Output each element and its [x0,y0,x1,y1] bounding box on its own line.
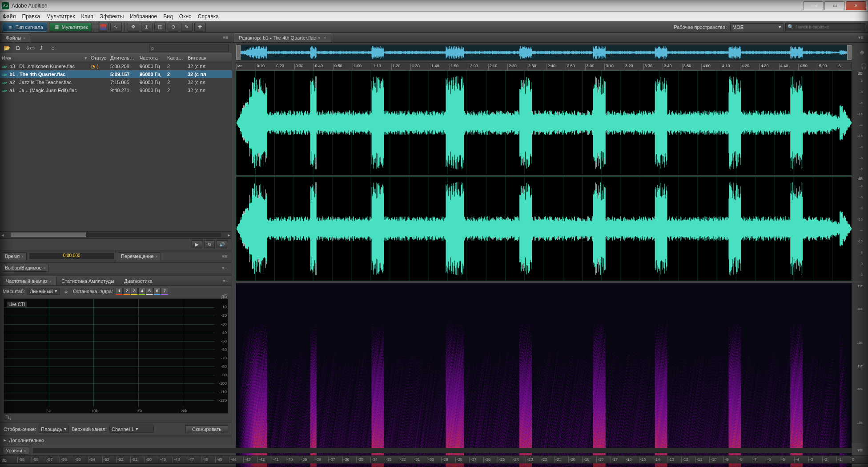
col-duration[interactable]: Длительность [108,55,138,60]
advanced-toggle[interactable]: ▸ Дополнительно [0,435,232,445]
hscroll-track[interactable] [11,233,221,237]
tab-freq-analysis[interactable]: Частотный анализ× [1,277,56,285]
heal-icon: ✚ [197,24,204,31]
frame-button-6[interactable]: 6 [153,288,161,295]
col-status[interactable]: Статус [89,55,108,60]
close-button[interactable]: ✕ [846,1,866,10]
panel-menu-icon[interactable]: ▾≡ [220,278,231,284]
menu-view[interactable]: Вид [163,13,173,20]
time-select-tool[interactable]: Ꮖ [141,23,153,32]
scale-select[interactable]: Линейный▾ [28,288,60,295]
move-label: Перемещение [121,254,153,259]
panel-menu-icon[interactable]: ▾≡ [219,265,230,271]
menu-effects[interactable]: Эффекты [100,13,124,20]
list-item[interactable]: ≡⊳a1 - Ja... (Magic Juan Edit).flac9:40.… [0,86,232,94]
list-item[interactable]: ≡⊳b1 - The 4th Quarter.flac5:09.15796000… [0,70,232,78]
files-search[interactable]: ρ [149,44,229,52]
col-freq[interactable]: Частота [138,55,165,60]
workspace-select[interactable]: МОЁ▾ [730,23,784,31]
spectral-pitch-toggle[interactable] [98,23,108,32]
frame-button-1[interactable]: 1 [116,288,123,295]
editor-tab[interactable]: Редактор: b1 - The 4th Quarter.flac ▾ × [234,33,331,42]
frame-button-7[interactable]: 7 [161,288,168,295]
frame-button-3[interactable]: 3 [131,288,138,295]
waveform-channel-right[interactable] [236,176,852,281]
waveform-channel-left[interactable] [236,70,852,175]
close-icon[interactable]: × [49,279,52,284]
menu-edit[interactable]: Правка [22,13,40,20]
play-button[interactable]: ▶ [192,240,202,248]
scan-button[interactable]: Сканировать [185,425,228,433]
hscroll-right-icon[interactable]: ▸ [226,232,232,238]
overview-waveform[interactable] [236,44,852,60]
autoplay-button[interactable]: 🔊 [217,240,227,248]
zoom-icon[interactable]: ⊕ [856,50,868,56]
maximize-button[interactable]: ▭ [824,1,845,10]
tab-move[interactable]: Перемещение× [118,252,161,260]
open-file-icon[interactable]: 📂 [3,44,11,52]
panel-menu-icon[interactable]: ▾≡ [856,35,866,40]
menu-file[interactable]: Файл [3,13,16,20]
help-search[interactable]: 🔍 [785,23,865,31]
new-file-icon[interactable]: 🗋 [14,44,22,52]
import-icon[interactable]: ⇩▭ [26,44,34,52]
heal-tool[interactable]: ✚ [194,23,206,32]
tab-selvis[interactable]: Выбор/Видимое× [2,264,49,272]
col-bit[interactable]: Битовая [186,55,211,60]
files-search-input[interactable] [154,46,227,51]
waveform-area: dB-3-6-9-15-∞-15-9-6-3dB-3-6-9-15-∞-15-9… [236,70,864,281]
tab-diagnostics[interactable]: Диагностика [119,277,157,285]
waveform-mode-button[interactable]: ≡Тип сигнала [3,23,47,32]
menu-favorites[interactable]: Избранное [130,13,157,20]
tab-amp-stats[interactable]: Статистика Амплитуды [56,277,119,285]
marquee-tool[interactable]: ◫ [154,23,166,32]
help-search-input[interactable] [796,24,863,29]
multitrack-mode-button[interactable]: ▦Мультитрек [49,23,92,32]
menu-clip[interactable]: Клип [81,13,93,20]
close-file-icon[interactable]: ⌂ [49,44,57,52]
brush-tool[interactable]: ✎ [181,23,193,32]
display-select[interactable]: Площадь▾ [39,426,69,433]
move-tool[interactable]: ✥ [128,23,139,32]
topchan-select[interactable]: Channel 1▾ [109,426,154,433]
tab-time[interactable]: Время× [2,252,27,260]
chevron-down-icon[interactable]: ▾ [317,35,321,41]
overview-handle-left[interactable] [236,45,241,60]
frame-button-5[interactable]: 5 [146,288,153,295]
minimize-button[interactable]: — [803,1,824,10]
panel-menu-icon[interactable]: ▾≡ [855,447,865,453]
menu-multitrack[interactable]: Мультитрек [46,13,75,20]
close-icon[interactable]: × [155,254,157,259]
panel-menu-icon[interactable]: ▾≡ [220,35,231,40]
link-icon[interactable]: ⟐ [62,287,70,295]
hscroll-left-icon[interactable]: ◂ [0,232,5,238]
lasso-tool[interactable]: ⊙ [168,23,179,32]
frame-button-4[interactable]: 4 [138,288,145,295]
app-icon: Au [2,2,9,9]
list-item[interactable]: ≡⊳a2 - Jazz Is The Teacher.flac7:15.0659… [0,78,232,86]
menu-window[interactable]: Окно [179,13,192,20]
hscroll-thumb[interactable] [11,233,86,237]
frame-button-2[interactable]: 2 [123,288,130,295]
freq-chart[interactable]: Live CTI -10-20-30-40-50-60-70-80-90-100… [4,298,228,414]
menu-help[interactable]: Справка [198,13,219,20]
col-name[interactable]: Имя ▾ [0,55,89,61]
files-hscroll[interactable]: ◂ ▸ [0,231,232,238]
close-icon[interactable]: × [323,35,326,40]
loop-button[interactable]: ↻ [204,240,215,248]
spectral-freq-toggle[interactable]: ∿ [110,23,122,32]
tab-files[interactable]: Файлы× [1,33,30,42]
list-item[interactable]: ≡⊳b3 - Di...smischen Kuriere.flac◔ (5:30… [0,62,232,70]
overview-handle-right[interactable] [847,45,852,60]
headphones-icon[interactable]: 🎧 [860,63,867,69]
col-channels[interactable]: Каналы [165,55,186,60]
close-icon[interactable]: × [23,36,25,40]
close-icon[interactable]: × [44,266,46,270]
timeline-ruler[interactable]: мс0:100:200:300:400:501:001:101:201:301:… [236,62,852,70]
close-icon[interactable]: × [24,449,26,453]
tab-levels[interactable]: Уровни× [3,447,29,455]
close-icon[interactable]: × [21,254,24,259]
panel-menu-icon[interactable]: ▾≡ [219,254,230,259]
spectrogram-channel-left[interactable] [236,283,852,467]
insert-icon[interactable]: ⤴ [37,44,45,52]
